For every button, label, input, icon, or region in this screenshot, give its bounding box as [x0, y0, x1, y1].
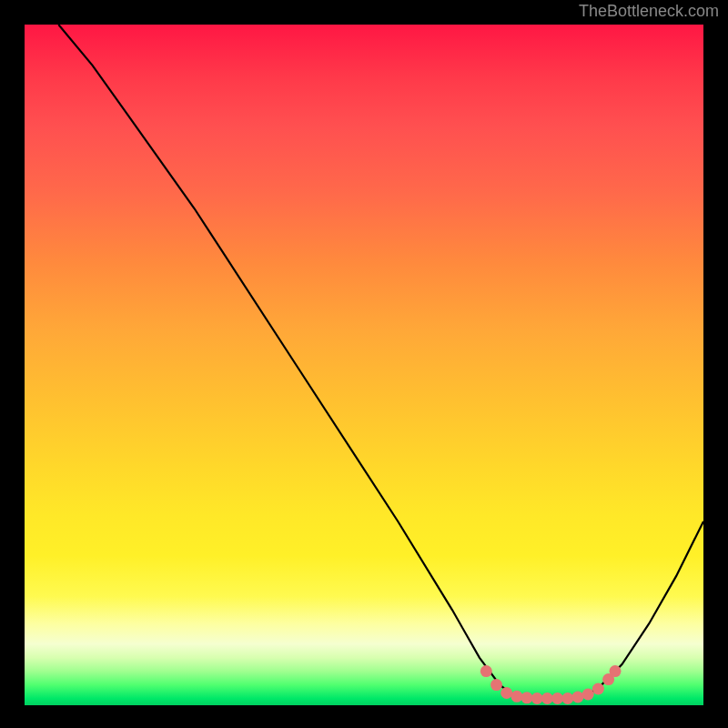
highlight-dot [531, 693, 543, 704]
highlight-dot [592, 683, 604, 695]
highlight-dot [480, 665, 492, 677]
highlight-dot [541, 693, 553, 704]
plot-area [25, 25, 703, 705]
chart-svg [25, 25, 703, 705]
chart-container: TheBottleneck.com [0, 0, 728, 728]
main-curve [58, 25, 703, 699]
highlight-dot [551, 693, 563, 704]
highlight-dot [561, 693, 573, 704]
highlight-dot [490, 679, 502, 691]
highlight-dot [521, 692, 533, 703]
highlight-dots-group [480, 665, 622, 704]
highlight-dot [610, 665, 622, 677]
highlight-dot [511, 691, 522, 703]
highlight-dot [582, 689, 594, 701]
highlight-dot [500, 687, 512, 699]
highlight-dot [572, 692, 584, 703]
watermark-text: TheBottleneck.com [579, 2, 719, 21]
